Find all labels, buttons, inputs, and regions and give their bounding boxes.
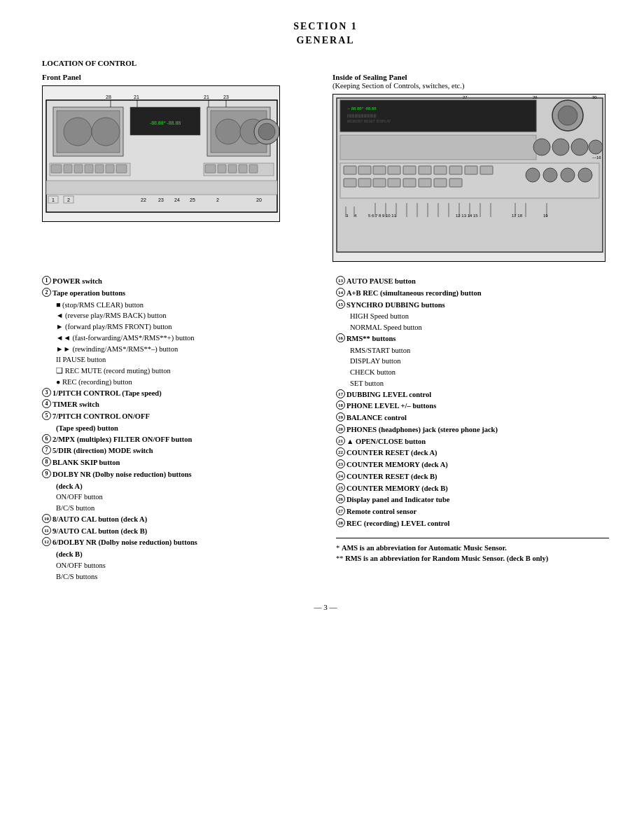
- svg-text:24: 24: [174, 197, 180, 202]
- svg-rect-16: [95, 165, 104, 173]
- svg-text:5 6 7 8 9 10 11: 5 6 7 8 9 10 11: [368, 214, 397, 218]
- item-2-sub3: ► (forward play/RMS FRONT) button: [42, 321, 315, 333]
- svg-point-79: [561, 168, 575, 182]
- svg-rect-53: [340, 135, 536, 160]
- svg-text:1: 1: [52, 197, 55, 202]
- item-12-sub1: ON/OFF buttons: [42, 560, 315, 571]
- item-text-4: TIMER switch: [52, 399, 315, 410]
- svg-text:20: 20: [256, 197, 262, 202]
- front-panel-label: Front Panel: [42, 73, 318, 81]
- svg-point-78: [543, 168, 557, 182]
- page-number: — 3 —: [42, 603, 609, 611]
- svg-rect-70: [358, 179, 371, 187]
- item-4: 4 TIMER switch: [42, 399, 315, 410]
- svg-text:19: 19: [543, 214, 548, 218]
- item-5: 5 7/PITCH CONTROL ON/OFF: [42, 411, 315, 422]
- svg-point-55: [552, 139, 569, 155]
- content-columns: 1 POWER switch 2 Tape operation buttons …: [42, 276, 609, 582]
- item-text-7: 5/DIR (direction) MODE switch: [52, 445, 315, 457]
- item-num-9: 9: [42, 469, 51, 478]
- item-16: 16 RMS** buttons: [336, 333, 609, 344]
- item-6: 6 2/MPX (multiplex) FILTER ON/OFF button: [42, 434, 315, 445]
- svg-rect-76: [449, 179, 462, 187]
- inside-panel-label: Inside of Sealing Panel (Keeping Section…: [332, 73, 609, 90]
- svg-rect-15: [85, 165, 93, 173]
- item-23: 23 COUNTER MEMORY (deck A): [336, 459, 609, 471]
- svg-rect-23: [239, 165, 247, 173]
- item-2-sub6: II PAUSE button: [42, 354, 315, 365]
- item-num-5: 5: [42, 411, 51, 420]
- item-16-sub2: DISPLAY button: [336, 356, 609, 367]
- item-text-5: 7/PITCH CONTROL ON/OFF: [52, 411, 315, 422]
- item-num-7: 7: [42, 445, 51, 454]
- item-text-2: Tape operation buttons: [52, 288, 315, 299]
- svg-text:27: 27: [463, 95, 468, 99]
- svg-text:||||||||||||||||||||||||||||||: ||||||||||||||||||||||||||||||||: [347, 113, 377, 118]
- item-text-1: POWER switch: [52, 276, 315, 287]
- item-text-22: COUNTER RESET (deck A): [346, 447, 609, 459]
- item-17: 17 DUBBING LEVEL control: [336, 389, 609, 400]
- item-18: 18 PHONE LEVEL +/– buttons: [336, 400, 609, 412]
- item-11: 11 9/AUTO CAL button (deck B): [42, 526, 315, 537]
- item-15-sub2: NORMAL Speed button: [336, 322, 609, 333]
- svg-text:17 18: 17 18: [512, 214, 523, 218]
- item-num-8: 8: [42, 457, 51, 466]
- item-num-14: 14: [336, 288, 345, 297]
- item-text-11: 9/AUTO CAL button (deck B): [52, 526, 315, 537]
- svg-point-52: [558, 106, 578, 125]
- item-text-20: PHONES (headphones) jack (stereo phone j…: [346, 424, 609, 436]
- svg-rect-18: [116, 165, 127, 173]
- item-12-deck: (deck B): [42, 549, 315, 560]
- svg-point-9: [216, 119, 241, 144]
- item-num-16: 16: [336, 333, 345, 342]
- svg-rect-73: [403, 179, 416, 187]
- item-19: 19 BALANCE control: [336, 412, 609, 424]
- item-num-3: 3: [42, 388, 51, 397]
- svg-point-26: [258, 123, 275, 140]
- item-16-sub3: CHECK button: [336, 367, 609, 378]
- general-title: GENERAL: [42, 35, 609, 46]
- svg-rect-62: [388, 166, 400, 174]
- item-13: 13 AUTO PAUSE button: [336, 276, 609, 287]
- item-text-24: COUNTER RESET (deck B): [346, 471, 609, 482]
- svg-text:—16: —16: [592, 155, 601, 160]
- svg-text:22: 22: [141, 197, 146, 202]
- item-num-18: 18: [336, 400, 345, 410]
- item-2-sub5: ►► (rewinding/AMS*/RMS**–) button: [42, 344, 315, 355]
- item-9: 9 DOLBY NR (Dolby noise reduction) butto…: [42, 469, 315, 480]
- item-text-17: DUBBING LEVEL control: [346, 389, 609, 400]
- svg-rect-21: [218, 165, 226, 173]
- item-num-21: 21: [336, 436, 345, 445]
- item-text-26: Display panel and Indicator tube: [346, 494, 609, 506]
- item-text-12: 6/DOLBY NR (Dolby noise reduction) butto…: [52, 537, 315, 548]
- svg-text:23: 23: [158, 197, 164, 202]
- item-text-28: REC (recording) LEVEL control: [346, 518, 609, 529]
- item-num-2: 2: [42, 288, 51, 297]
- svg-rect-68: [480, 166, 493, 174]
- front-panel-diagram: -88.88* -88.88: [42, 85, 318, 222]
- svg-rect-66: [449, 166, 462, 174]
- item-14: 14 A+B REC (simultaneous recording) butt…: [336, 288, 609, 299]
- svg-rect-20: [205, 165, 216, 173]
- item-9-sub1: ON/OFF button: [42, 492, 315, 503]
- item-24: 24 COUNTER RESET (deck B): [336, 471, 609, 482]
- svg-rect-24: [249, 165, 258, 173]
- svg-rect-63: [403, 166, 416, 174]
- item-num-4: 4: [42, 399, 51, 408]
- svg-rect-22: [228, 165, 237, 173]
- item-15-sub1: HIGH Speed button: [336, 311, 609, 322]
- item-20: 20 PHONES (headphones) jack (stereo phon…: [336, 424, 609, 436]
- item-num-17: 17: [336, 389, 345, 398]
- item-10: 10 8/AUTO CAL button (deck A): [42, 514, 315, 525]
- item-1: 1 POWER switch: [42, 276, 315, 287]
- svg-point-8: [92, 118, 120, 146]
- item-9-deck: (deck A): [42, 481, 315, 492]
- svg-rect-71: [373, 179, 386, 187]
- svg-text:2: 2: [67, 197, 70, 202]
- item-text-9: DOLBY NR (Dolby noise reduction) buttons: [52, 469, 315, 480]
- inside-panel-area: Inside of Sealing Panel (Keeping Section…: [332, 73, 609, 262]
- location-label: LOCATION OF CONTROL: [42, 59, 609, 67]
- section-title: SECTION 1: [42, 21, 609, 32]
- svg-text:-- 88.88*    -88.88: -- 88.88* -88.88: [347, 106, 377, 111]
- svg-rect-59: [344, 166, 356, 174]
